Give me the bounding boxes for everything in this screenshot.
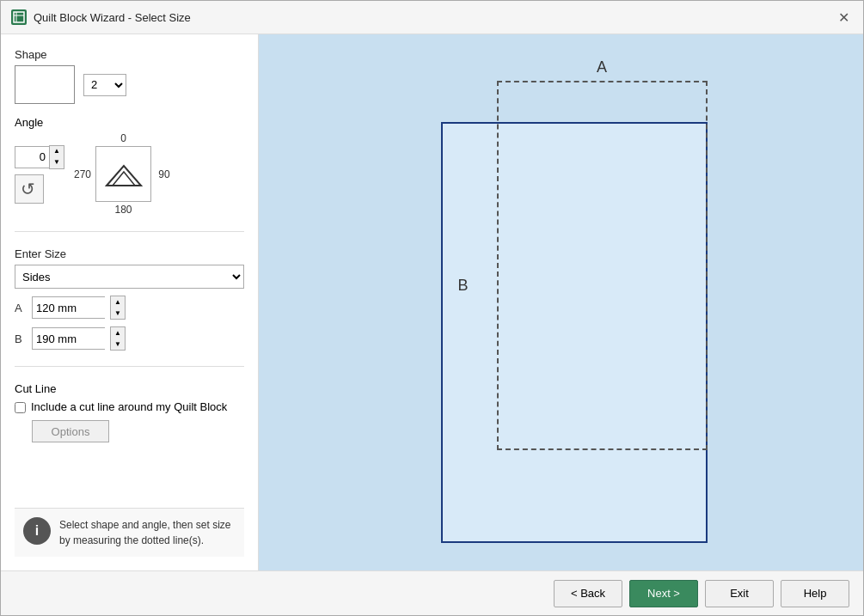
svg-text:↺: ↺ <box>21 180 35 198</box>
preview-label-b: B <box>458 277 469 295</box>
preview-container: A B <box>415 70 708 534</box>
angle-wheel-row: 270 90 <box>73 146 174 202</box>
dialog-title: Quilt Block Wizard - Select Size <box>34 11 191 24</box>
exit-button[interactable]: Exit <box>705 580 774 607</box>
size-b-down-button[interactable]: ▼ <box>111 338 125 350</box>
options-button[interactable]: Options <box>32 420 109 442</box>
size-a-row: A ▲ ▼ <box>15 296 244 320</box>
dialog-body: Shape 2 1 3 Angle <box>1 34 863 570</box>
preview-dashed-line: A <box>497 81 708 450</box>
title-bar: Quilt Block Wizard - Select Size ✕ <box>1 1 863 34</box>
size-b-input[interactable] <box>32 327 105 350</box>
divider-1 <box>15 231 244 232</box>
right-panel: A B <box>259 34 863 570</box>
shape-preview <box>15 65 75 104</box>
shape-label: Shape <box>15 48 244 61</box>
snap-angle-button[interactable]: ↺ <box>15 174 44 204</box>
info-text: Select shape and angle, then set size by… <box>59 517 236 548</box>
size-b-label: B <box>15 332 27 345</box>
help-button[interactable]: Help <box>781 580 849 607</box>
title-bar-left: Quilt Block Wizard - Select Size <box>11 9 191 25</box>
cut-line-checkbox-label: Include a cut line around my Quilt Block <box>31 400 227 413</box>
shape-dropdown[interactable]: 2 1 3 <box>83 74 126 96</box>
info-icon: i <box>23 517 51 545</box>
app-icon <box>11 9 27 25</box>
cut-line-section: Cut Line Include a cut line around my Qu… <box>15 382 244 442</box>
svg-rect-0 <box>14 12 24 22</box>
divider-2 <box>15 366 244 367</box>
angle-section: Angle ▲ ▼ ↺ <box>15 116 244 216</box>
shape-row: 2 1 3 <box>15 65 244 104</box>
size-type-dropdown[interactable]: Sides Width/Height <box>15 265 244 289</box>
angle-wheel: 0 270 90 <box>73 132 174 216</box>
size-b-row: B ▲ ▼ <box>15 326 244 351</box>
size-b-up-button[interactable]: ▲ <box>111 327 125 338</box>
preview-label-a: A <box>597 58 607 76</box>
enter-size-label: Enter Size <box>15 247 244 260</box>
cut-line-label: Cut Line <box>15 382 244 395</box>
size-a-label: A <box>15 302 27 314</box>
cut-line-checkbox[interactable] <box>15 402 26 413</box>
back-button[interactable]: < Back <box>554 580 622 607</box>
angle-right-label: 90 <box>155 168 174 180</box>
angle-top-label: 0 <box>120 132 126 144</box>
left-panel: Shape 2 1 3 Angle <box>1 34 259 570</box>
angle-down-button[interactable]: ▼ <box>50 157 64 168</box>
angle-input[interactable] <box>15 146 49 168</box>
dialog-footer: < Back Next > Exit Help <box>1 570 863 615</box>
angle-spinbox-buttons: ▲ ▼ <box>49 145 64 169</box>
close-button[interactable]: ✕ <box>834 8 853 27</box>
cut-line-checkbox-row: Include a cut line around my Quilt Block <box>15 400 244 413</box>
angle-bottom-label: 180 <box>114 204 132 216</box>
angle-left-label: 270 <box>73 168 92 180</box>
angle-spinbox: ▲ ▼ <box>15 145 64 169</box>
angle-wheel-control[interactable] <box>95 146 151 202</box>
size-b-spinbox-buttons: ▲ ▼ <box>110 326 126 351</box>
size-a-input[interactable] <box>32 296 105 319</box>
angle-label: Angle <box>15 116 244 129</box>
angle-up-button[interactable]: ▲ <box>50 146 64 157</box>
enter-size-section: Enter Size Sides Width/Height A ▲ ▼ B <box>15 247 244 351</box>
shape-section: Shape 2 1 3 <box>15 48 244 104</box>
angle-input-group: ▲ ▼ ↺ <box>15 145 64 204</box>
size-a-down-button[interactable]: ▼ <box>111 308 125 319</box>
dialog: Quilt Block Wizard - Select Size ✕ Shape… <box>0 0 864 616</box>
next-button[interactable]: Next > <box>629 580 698 607</box>
svg-marker-4 <box>107 166 141 186</box>
info-row: i Select shape and angle, then set size … <box>15 508 244 557</box>
size-a-spinbox-buttons: ▲ ▼ <box>110 296 126 320</box>
size-a-up-button[interactable]: ▲ <box>111 296 125 308</box>
